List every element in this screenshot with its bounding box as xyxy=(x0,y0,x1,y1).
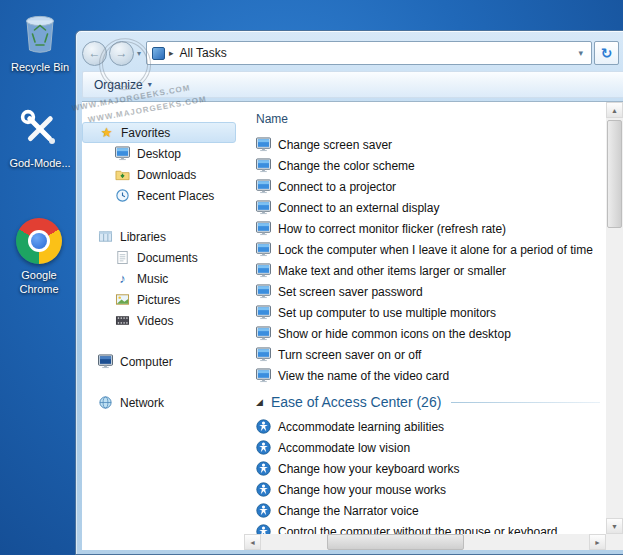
navigation-pane: ★ Favorites Desktop Downloads Recent Pl xyxy=(82,102,244,550)
scroll-left-button[interactable]: ◄ xyxy=(244,534,261,550)
pictures-icon xyxy=(115,292,130,307)
task-label: Lock the computer when I leave it alone … xyxy=(278,243,593,257)
sidebar-spacer xyxy=(82,206,244,226)
task-row[interactable]: Accommodate low vision xyxy=(256,437,606,458)
group-collapse-icon[interactable]: ◢ xyxy=(256,397,263,407)
sidebar-item-videos[interactable]: Videos xyxy=(82,310,244,331)
sidebar-item-libraries[interactable]: Libraries xyxy=(82,226,244,247)
downloads-folder-icon xyxy=(115,167,130,182)
task-label: Show or hide common icons on the desktop xyxy=(278,327,511,341)
sidebar-item-desktop[interactable]: Desktop xyxy=(82,143,244,164)
task-row[interactable]: Make text and other items larger or smal… xyxy=(256,260,606,281)
network-globe-icon xyxy=(98,395,113,410)
sidebar-item-label: Videos xyxy=(137,314,173,328)
back-button[interactable]: ← xyxy=(82,41,107,66)
scroll-down-button[interactable]: ▼ xyxy=(606,518,623,534)
desktop-icon-recycle-bin[interactable]: Recycle Bin xyxy=(6,6,74,74)
window-content: ★ Favorites Desktop Downloads Recent Pl xyxy=(82,101,623,550)
organize-menu-button[interactable]: Organize ▾ xyxy=(94,78,152,92)
vertical-scroll-thumb[interactable] xyxy=(607,120,622,228)
chevron-down-icon: ▾ xyxy=(148,80,152,89)
ease-of-access-icon xyxy=(256,419,271,434)
sidebar-item-downloads[interactable]: Downloads xyxy=(82,164,244,185)
documents-icon xyxy=(115,250,130,265)
display-monitor-icon xyxy=(256,305,271,320)
task-row[interactable]: Turn screen saver on or off xyxy=(256,344,606,365)
task-label: Change the Narrator voice xyxy=(278,504,419,518)
scroll-right-icon: ► xyxy=(594,539,601,546)
display-monitor-icon xyxy=(256,368,271,383)
desktop-icon-god-mode[interactable]: God-Mode... xyxy=(6,102,74,170)
task-row[interactable]: View the name of the video card xyxy=(256,365,606,386)
sidebar-item-label: Pictures xyxy=(137,293,180,307)
display-monitor-icon xyxy=(256,284,271,299)
task-row[interactable]: Control the computer without the mouse o… xyxy=(256,521,606,534)
chevron-down-icon: ▾ xyxy=(137,49,141,58)
task-row[interactable]: Change how your keyboard works xyxy=(256,458,606,479)
sidebar-item-favorites[interactable]: ★ Favorites xyxy=(82,122,236,143)
vertical-scroll-track[interactable] xyxy=(606,118,623,518)
display-monitor-icon xyxy=(256,347,271,362)
videos-icon xyxy=(115,313,130,328)
display-monitor-icon xyxy=(256,221,271,236)
task-row[interactable]: Change the Narrator voice xyxy=(256,500,606,521)
scroll-up-button[interactable]: ▲ xyxy=(606,102,623,118)
sidebar-item-label: Network xyxy=(120,396,164,410)
recent-pages-dropdown[interactable]: ▾ xyxy=(137,49,141,58)
horizontal-scroll-track[interactable] xyxy=(261,534,589,550)
navigation-bar: ← → ▾ ▸ All Tasks ▾ ↻ xyxy=(82,39,619,67)
column-header-name[interactable]: Name xyxy=(256,112,606,126)
ease-of-access-icon xyxy=(256,482,271,497)
task-row[interactable]: Set up computer to use multiple monitors xyxy=(256,302,606,323)
desktop-icon-label: God-Mode... xyxy=(6,156,74,170)
horizontal-scroll-thumb[interactable] xyxy=(327,534,465,550)
task-row[interactable]: Connect to a projector xyxy=(256,176,606,197)
task-row[interactable]: Lock the computer when I leave it alone … xyxy=(256,239,606,260)
task-label: Connect to a projector xyxy=(278,180,396,194)
vertical-scrollbar[interactable]: ▲ ▼ xyxy=(606,102,623,550)
task-row[interactable]: Change the color scheme xyxy=(256,155,606,176)
address-bar[interactable]: ▸ All Tasks ▾ xyxy=(146,41,592,65)
task-row[interactable]: Set screen saver password xyxy=(256,281,606,302)
libraries-icon xyxy=(98,229,113,244)
task-row[interactable]: Change how your mouse works xyxy=(256,479,606,500)
sidebar-item-recent-places[interactable]: Recent Places xyxy=(82,185,244,206)
task-row[interactable]: Show or hide common icons on the desktop xyxy=(256,323,606,344)
scroll-left-icon: ◄ xyxy=(249,539,256,546)
scroll-right-button[interactable]: ► xyxy=(589,534,606,550)
sidebar-item-label: Downloads xyxy=(137,168,196,182)
desktop-icon-google-chrome[interactable]: Google Chrome xyxy=(5,214,73,297)
refresh-icon: ↻ xyxy=(601,45,613,61)
group-header-ease-of-access: ◢ Ease of Access Center (26) xyxy=(256,394,606,410)
sidebar-item-network[interactable]: Network xyxy=(82,392,244,413)
group-title[interactable]: Ease of Access Center (26) xyxy=(271,394,441,410)
sidebar-item-label: Music xyxy=(137,272,168,286)
refresh-button[interactable]: ↻ xyxy=(594,41,619,65)
task-label: Accommodate low vision xyxy=(278,441,410,455)
sidebar-item-music[interactable]: ♪ Music xyxy=(82,268,244,289)
sidebar-item-documents[interactable]: Documents xyxy=(82,247,244,268)
task-row[interactable]: Change screen saver xyxy=(256,134,606,155)
horizontal-scrollbar[interactable]: ◄ ► xyxy=(244,534,606,550)
address-location-icon xyxy=(152,47,165,60)
god-mode-tools-icon xyxy=(6,102,74,152)
ease-of-access-icon xyxy=(256,461,271,476)
task-label: Accommodate learning abilities xyxy=(278,420,444,434)
sidebar-item-label: Recent Places xyxy=(137,189,214,203)
sidebar-item-computer[interactable]: Computer xyxy=(82,351,244,372)
favorites-star-icon: ★ xyxy=(99,125,114,140)
computer-icon xyxy=(98,354,113,369)
recent-places-clock-icon xyxy=(115,188,130,203)
address-dropdown-button[interactable]: ▾ xyxy=(575,48,586,58)
task-row[interactable]: Connect to an external display xyxy=(256,197,606,218)
command-toolbar: Organize ▾ xyxy=(82,71,623,98)
back-arrow-icon: ← xyxy=(89,46,101,60)
breadcrumb-location[interactable]: All Tasks xyxy=(180,46,227,60)
task-row[interactable]: How to correct monitor flicker (refresh … xyxy=(256,218,606,239)
recycle-bin-icon xyxy=(6,6,74,56)
forward-button[interactable]: → xyxy=(109,41,134,66)
sidebar-item-pictures[interactable]: Pictures xyxy=(82,289,244,310)
sidebar-item-label: Favorites xyxy=(121,126,170,140)
task-row[interactable]: Accommodate learning abilities xyxy=(256,416,606,437)
sidebar-item-label: Computer xyxy=(120,355,173,369)
